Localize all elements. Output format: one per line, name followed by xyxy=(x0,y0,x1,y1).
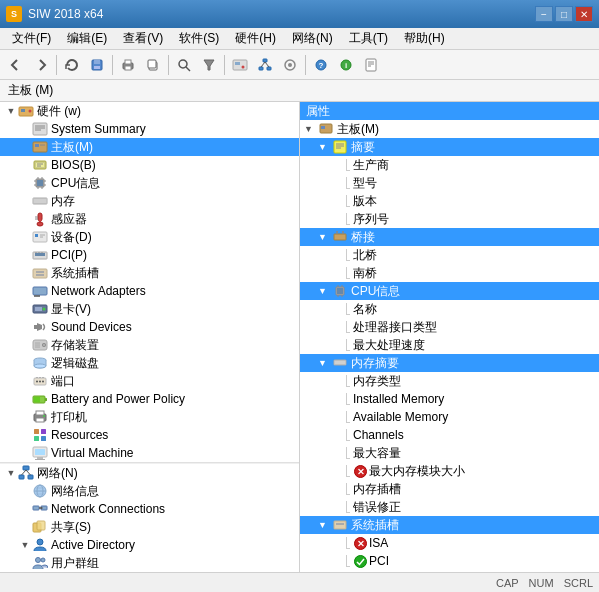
tree-item-active-dir[interactable]: ▼ Active Directory xyxy=(0,536,299,554)
menu-software[interactable]: 软件(S) xyxy=(171,28,227,49)
tree-item-share[interactable]: 共享(S) xyxy=(0,518,299,536)
prop-ecc[interactable]: 错误修正 xyxy=(300,498,599,516)
toolbar-forward[interactable] xyxy=(29,53,53,77)
prop-leaf-cpuname xyxy=(332,302,346,316)
prop-expander-cpu[interactable]: ▼ xyxy=(318,286,332,296)
tree-item-printer[interactable]: 打印机 xyxy=(0,408,299,426)
tree-item-network-root[interactable]: ▼ 网络(N) xyxy=(0,464,299,482)
toolbar-tools[interactable] xyxy=(278,53,302,77)
prop-serial[interactable]: 序列号 xyxy=(300,210,599,228)
breadcrumb: 主板 (M) xyxy=(0,80,599,102)
menu-network[interactable]: 网络(N) xyxy=(284,28,341,49)
tree-item-logical-disk[interactable]: 逻辑磁盘 xyxy=(0,354,299,372)
toolbar-report[interactable] xyxy=(359,53,383,77)
tree-item-hardware-root[interactable]: ▼ 硬件 (w) xyxy=(0,102,299,120)
tree-item-graphics[interactable]: 显卡(V) xyxy=(0,300,299,318)
toolbar-info[interactable]: i xyxy=(334,53,358,77)
prop-max-module[interactable]: ✕ 最大内存模块大小 xyxy=(300,462,599,480)
toolbar-help[interactable]: ? xyxy=(309,53,333,77)
prop-memory-section[interactable]: ▼ 内存摘要 xyxy=(300,354,599,372)
expand-hardware[interactable]: ▼ xyxy=(4,104,18,118)
prop-slots-section[interactable]: ▼ 系统插槽 xyxy=(300,516,599,534)
prop-manufacturer[interactable]: 生产商 xyxy=(300,156,599,174)
minimize-button[interactable]: − xyxy=(535,6,553,22)
menu-help[interactable]: 帮助(H) xyxy=(396,28,453,49)
tree-item-user-groups[interactable]: 用户群组 xyxy=(0,554,299,572)
toolbar-print[interactable] xyxy=(116,53,140,77)
tree-item-cpu[interactable]: CPU信息 xyxy=(0,174,299,192)
prop-pci-slot[interactable]: PCI xyxy=(300,552,599,570)
menu-edit[interactable]: 编辑(E) xyxy=(59,28,115,49)
tree-item-vm[interactable]: Virtual Machine xyxy=(0,444,299,462)
expand-active-dir[interactable]: ▼ xyxy=(18,538,32,552)
toolbar-search[interactable] xyxy=(172,53,196,77)
prop-max-capacity[interactable]: 最大容量 xyxy=(300,444,599,462)
tree-item-memory[interactable]: 内存 xyxy=(0,192,299,210)
tree-item-system-summary[interactable]: System Summary xyxy=(0,120,299,138)
tree-item-battery[interactable]: Battery and Power Policy xyxy=(0,390,299,408)
devices-label: 设备(D) xyxy=(51,229,92,246)
svg-rect-77 xyxy=(33,287,47,295)
toolbar-copy[interactable] xyxy=(141,53,165,77)
prop-connector-model xyxy=(346,177,350,189)
prop-channels[interactable]: Channels xyxy=(300,426,599,444)
tree-item-devices[interactable]: 设备(D) xyxy=(0,228,299,246)
maximize-button[interactable]: □ xyxy=(555,6,573,22)
menu-hardware[interactable]: 硬件(H) xyxy=(227,28,284,49)
toolbar-filter[interactable] xyxy=(197,53,221,77)
expand-system-summary xyxy=(18,122,32,136)
prop-isa[interactable]: ✕ ISA xyxy=(300,534,599,552)
close-button[interactable]: ✕ xyxy=(575,6,593,22)
tree-item-ports[interactable]: 端口 xyxy=(0,372,299,390)
tree-item-sensors[interactable]: 感应器 xyxy=(0,210,299,228)
toolbar-save[interactable] xyxy=(85,53,109,77)
prop-mem-slots[interactable]: 内存插槽 xyxy=(300,480,599,498)
svg-rect-105 xyxy=(36,411,44,415)
mainboard-label: 主板(M) xyxy=(51,139,93,156)
prop-mainboard-root[interactable]: ▼ 主板(M) xyxy=(300,120,599,138)
prop-agp[interactable]: AGP xyxy=(300,570,599,572)
menu-tools[interactable]: 工具(T) xyxy=(341,28,396,49)
prop-south-bridge[interactable]: 南桥 xyxy=(300,264,599,282)
prop-version[interactable]: 版本 xyxy=(300,192,599,210)
prop-expander-summary[interactable]: ▼ xyxy=(318,142,332,152)
tree-item-storage[interactable]: 存储装置 xyxy=(0,336,299,354)
prop-expander-memory[interactable]: ▼ xyxy=(318,358,332,368)
tree-item-mainboard[interactable]: 主板(M) xyxy=(0,138,299,156)
prop-cpu-speed[interactable]: 最大处理速度 xyxy=(300,336,599,354)
tree-item-net-connections[interactable]: Network Connections xyxy=(0,500,299,518)
toolbar-hardware[interactable] xyxy=(228,53,252,77)
menu-view[interactable]: 查看(V) xyxy=(115,28,171,49)
svg-rect-111 xyxy=(41,436,46,441)
tree-item-resources[interactable]: Resources xyxy=(0,426,299,444)
prop-cpu-name[interactable]: 名称 xyxy=(300,300,599,318)
prop-north-bridge[interactable]: 北桥 xyxy=(300,246,599,264)
network-adapters-label: Network Adapters xyxy=(51,284,146,298)
prop-expander-slots[interactable]: ▼ xyxy=(318,520,332,530)
prop-bridge-label: 桥接 xyxy=(351,229,375,246)
prop-cpu-section[interactable]: ▼ CPU信息 xyxy=(300,282,599,300)
tree-item-sound[interactable]: Sound Devices xyxy=(0,318,299,336)
tree-item-pci[interactable]: PCI(P) xyxy=(0,246,299,264)
prop-installed-mem[interactable]: Installed Memory xyxy=(300,390,599,408)
toolbar-back[interactable] xyxy=(4,53,28,77)
prop-cpu-socket[interactable]: 处理器接口类型 xyxy=(300,318,599,336)
tree-item-slots[interactable]: 系统插槽 xyxy=(0,264,299,282)
prop-summary-section[interactable]: ▼ 摘要 xyxy=(300,138,599,156)
menu-file[interactable]: 文件(F) xyxy=(4,28,59,49)
svg-line-18 xyxy=(265,62,269,67)
prop-mem-type[interactable]: 内存类型 xyxy=(300,372,599,390)
prop-bridge-section[interactable]: ▼ 桥接 xyxy=(300,228,599,246)
user-groups-label: 用户群组 xyxy=(51,555,99,572)
expand-network-root[interactable]: ▼ xyxy=(4,466,18,480)
tree-item-bios[interactable]: BIOS(B) xyxy=(0,156,299,174)
prop-model[interactable]: 型号 xyxy=(300,174,599,192)
tree-item-network-adapters[interactable]: Network Adapters xyxy=(0,282,299,300)
prop-expander-bridge[interactable]: ▼ xyxy=(318,232,332,242)
prop-expander-mainboard[interactable]: ▼ xyxy=(304,124,318,134)
toolbar-network[interactable] xyxy=(253,53,277,77)
prop-available-mem[interactable]: Available Memory xyxy=(300,408,599,426)
toolbar-refresh[interactable] xyxy=(60,53,84,77)
ports-label: 端口 xyxy=(51,373,75,390)
tree-item-network-info[interactable]: 网络信息 xyxy=(0,482,299,500)
